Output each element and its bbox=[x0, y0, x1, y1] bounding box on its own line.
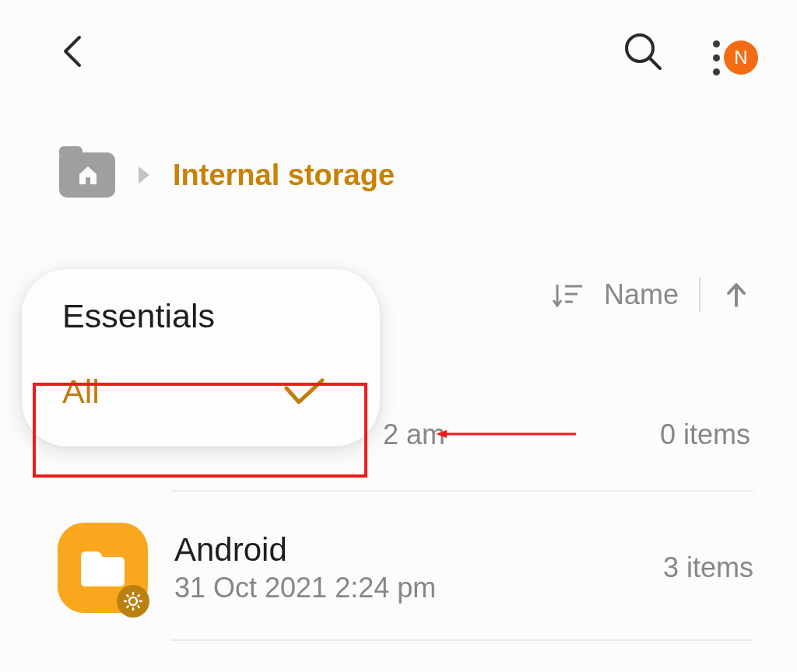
svg-line-17 bbox=[127, 606, 129, 608]
account-avatar[interactable]: N bbox=[724, 40, 758, 75]
arrow-up-icon bbox=[729, 285, 744, 306]
list-item-count: 0 items bbox=[660, 418, 750, 451]
sort-direction-button[interactable] bbox=[721, 279, 752, 310]
svg-marker-2 bbox=[139, 166, 149, 184]
sort-options-button[interactable] bbox=[551, 278, 584, 311]
svg-line-1 bbox=[649, 58, 660, 68]
breadcrumb: Internal storage bbox=[59, 152, 395, 198]
folder-icon bbox=[58, 523, 148, 613]
svg-line-16 bbox=[138, 606, 140, 608]
home-icon bbox=[76, 163, 100, 187]
svg-point-10 bbox=[129, 597, 137, 605]
filter-option-all[interactable]: All bbox=[22, 355, 380, 428]
filter-option-label: Essentials bbox=[62, 297, 215, 335]
sort-field-button[interactable]: Name bbox=[604, 278, 679, 311]
filter-option-essentials[interactable]: Essentials bbox=[22, 289, 380, 355]
more-icon bbox=[713, 40, 720, 47]
filter-dropdown: Essentials All bbox=[22, 269, 380, 446]
list-item-time-partial: 2 am bbox=[383, 418, 445, 451]
annotation-arrow bbox=[436, 429, 576, 439]
check-icon bbox=[283, 377, 325, 407]
list-divider bbox=[171, 639, 753, 641]
list-divider bbox=[171, 490, 753, 492]
svg-line-18 bbox=[138, 595, 140, 597]
divider bbox=[699, 277, 700, 313]
list-item-count: 3 items bbox=[663, 551, 753, 584]
sort-bar: Name bbox=[551, 277, 752, 313]
list-item-subtitle: 31 Oct 2021 2:24 pm bbox=[174, 572, 663, 604]
svg-line-15 bbox=[127, 595, 129, 597]
back-button[interactable] bbox=[54, 33, 92, 70]
search-button[interactable] bbox=[621, 30, 665, 73]
home-button[interactable] bbox=[59, 152, 115, 198]
sort-icon bbox=[553, 285, 582, 306]
chevron-left-icon bbox=[54, 33, 92, 70]
list-item-text: Android 31 Oct 2021 2:24 pm bbox=[174, 531, 663, 604]
breadcrumb-current[interactable]: Internal storage bbox=[173, 159, 395, 192]
breadcrumb-separator-icon bbox=[135, 165, 153, 185]
search-icon bbox=[621, 30, 665, 73]
list-item-title: Android bbox=[174, 531, 663, 569]
list-item[interactable]: Android 31 Oct 2021 2:24 pm 3 items bbox=[58, 523, 753, 613]
avatar-initial: N bbox=[734, 47, 747, 68]
gear-badge-icon bbox=[117, 585, 149, 618]
filter-option-label: All bbox=[62, 373, 100, 411]
top-bar: N bbox=[0, 20, 797, 82]
